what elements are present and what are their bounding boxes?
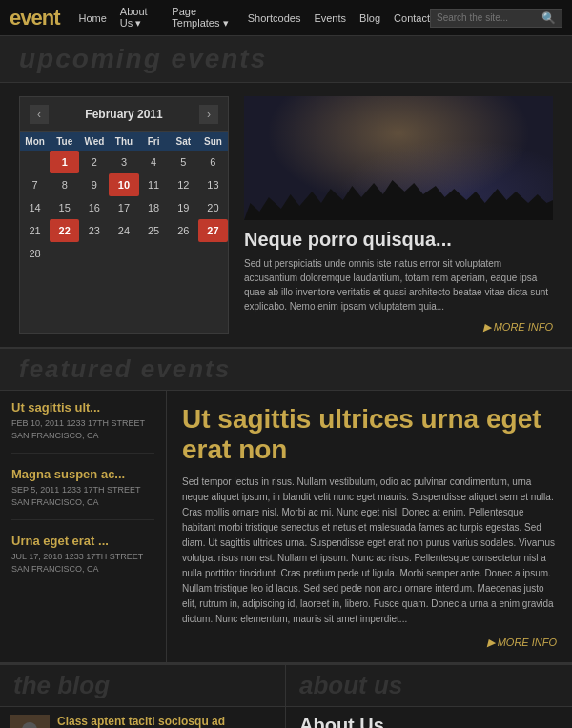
about-section: about us About Us Duis ac nisl. Nullam p…: [286, 665, 572, 728]
cal-day-wed: Wed: [79, 132, 109, 151]
featured-list-item[interactable]: Urna eget erat ...JUL 17, 2018 1233 17TH…: [11, 534, 154, 586]
calendar-header: ‹ February 2011 ›: [20, 97, 228, 132]
event-promo-image: [244, 96, 553, 220]
search-input[interactable]: [437, 12, 541, 23]
cal-cell[interactable]: 27: [198, 219, 228, 242]
cal-cell[interactable]: 23: [79, 219, 109, 242]
cal-cell: [169, 242, 198, 265]
event-title: Neque porro quisqua...: [244, 228, 553, 251]
cal-cell: [109, 242, 138, 265]
blog-section-title: the blog: [13, 671, 272, 700]
cal-cell[interactable]: 16: [79, 196, 109, 219]
upcoming-section: ‹ February 2011 › Mon Tue Wed Thu Fri Sa…: [0, 83, 572, 349]
cal-cell[interactable]: 28: [20, 242, 50, 265]
cal-cell[interactable]: 9: [79, 173, 109, 196]
featured-item-meta: SEP 5, 2011 1233 17TH STREET SAN FRANCIS…: [11, 484, 154, 508]
event-description: Sed ut perspiciatis unde omnis iste natu…: [244, 256, 553, 313]
cal-day-fri: Fri: [139, 132, 169, 151]
calendar-days-header: Mon Tue Wed Thu Fri Sat Sun: [20, 132, 228, 151]
nav-home[interactable]: Home: [79, 12, 107, 24]
blog-posts: Class aptent taciti sociosqu ad POSTED B…: [0, 707, 285, 728]
cal-cell[interactable]: 21: [20, 219, 50, 242]
featured-main-description: Sed tempor lectus in risus. Nullam vesti…: [182, 475, 557, 627]
cal-cell[interactable]: 26: [169, 219, 198, 242]
cal-cell[interactable]: 17: [109, 196, 138, 219]
featured-list-item[interactable]: Ut sagittis ult...FEB 10, 2011 1233 17TH…: [11, 400, 154, 454]
cal-cell[interactable]: 10: [109, 173, 138, 196]
cal-cell[interactable]: 1: [50, 151, 79, 173]
search-icon[interactable]: 🔍: [541, 11, 556, 25]
about-title: About Us: [299, 715, 559, 728]
featured-title-bar: featured events: [0, 349, 572, 391]
cal-day-mon: Mon: [20, 132, 50, 151]
bottom-section: the blog Class aptent taciti sociosqu ad…: [0, 664, 572, 728]
calendar-next-button[interactable]: ›: [199, 105, 218, 124]
cal-cell[interactable]: 7: [20, 173, 50, 196]
featured-item-title: Urna eget erat ...: [11, 534, 154, 548]
nav-shortcodes[interactable]: Shortcodes: [248, 12, 301, 24]
featured-content: Ut sagittis ult...FEB 10, 2011 1233 17TH…: [0, 391, 572, 662]
search-box: 🔍: [430, 9, 562, 28]
nav-about[interactable]: About Us ▾: [120, 6, 158, 30]
cal-cell[interactable]: 5: [169, 151, 198, 173]
featured-main: Ut sagittis ultrices urna eget erat non …: [167, 391, 572, 662]
cal-cell[interactable]: 3: [109, 151, 138, 173]
logo-vent: vent: [20, 6, 59, 30]
cal-cell: [79, 242, 109, 265]
cal-cell[interactable]: 15: [50, 196, 79, 219]
cal-cell[interactable]: 20: [198, 196, 228, 219]
cal-cell: [20, 151, 50, 173]
featured-item-meta: JUL 17, 2018 1233 17TH STREET SAN FRANCI…: [11, 551, 154, 575]
cal-cell[interactable]: 22: [50, 219, 79, 242]
featured-list: Ut sagittis ult...FEB 10, 2011 1233 17TH…: [0, 391, 167, 662]
cal-day-sat: Sat: [169, 132, 198, 151]
event-more-info-link[interactable]: ▶ MORE INFO: [244, 321, 553, 334]
cal-cell[interactable]: 2: [79, 151, 109, 173]
featured-section-title: featured events: [19, 354, 553, 384]
cal-cell[interactable]: 18: [139, 196, 169, 219]
cal-cell[interactable]: 14: [20, 196, 50, 219]
upcoming-title-bar: upcoming events: [0, 36, 572, 83]
featured-main-title: Ut sagittis ultrices urna eget erat non: [182, 404, 557, 465]
cal-cell[interactable]: 13: [198, 173, 228, 196]
cal-cell[interactable]: 8: [50, 173, 79, 196]
featured-more-info-link[interactable]: ▶ MORE INFO: [182, 637, 557, 649]
featured-list-item[interactable]: Magna suspen ac...SEP 5, 2011 1233 17TH …: [11, 467, 154, 520]
blog-post-thumbnail: [10, 715, 50, 728]
cal-cell: [139, 242, 169, 265]
cal-cell[interactable]: 24: [109, 219, 138, 242]
cal-cell[interactable]: 6: [198, 151, 228, 173]
concert-background: [244, 96, 553, 220]
main-nav: Home About Us ▾ Page Templates ▾ Shortco…: [79, 6, 431, 30]
header: event Home About Us ▾ Page Templates ▾ S…: [0, 0, 572, 36]
blog-post: Class aptent taciti sociosqu ad POSTED B…: [10, 715, 276, 728]
nav-page-templates[interactable]: Page Templates ▾: [172, 6, 234, 30]
featured-item-meta: FEB 10, 2011 1233 17TH STREET SAN FRANCI…: [11, 417, 154, 441]
blog-post-title[interactable]: Class aptent taciti sociosqu ad: [57, 715, 276, 728]
cal-cell[interactable]: 4: [139, 151, 169, 173]
cal-cell[interactable]: 25: [139, 219, 169, 242]
calendar: ‹ February 2011 › Mon Tue Wed Thu Fri Sa…: [19, 96, 229, 334]
cal-cell: [198, 242, 228, 265]
featured-item-title: Magna suspen ac...: [11, 467, 154, 481]
blog-section: the blog Class aptent taciti sociosqu ad…: [0, 665, 286, 728]
nav-events[interactable]: Events: [314, 12, 346, 24]
cal-cell[interactable]: 19: [169, 196, 198, 219]
about-title-bar: about us: [286, 665, 572, 707]
cal-day-tue: Tue: [50, 132, 79, 151]
nav-contact[interactable]: Contact: [394, 12, 430, 24]
calendar-month-label: February 2011: [85, 108, 162, 121]
blog-title-bar: the blog: [0, 665, 285, 707]
cal-cell[interactable]: 11: [139, 173, 169, 196]
logo-e: e: [10, 6, 20, 30]
event-promo: Neque porro quisqua... Sed ut perspiciat…: [244, 96, 553, 334]
logo[interactable]: event: [10, 6, 60, 30]
featured-section: Ut sagittis ult...FEB 10, 2011 1233 17TH…: [0, 391, 572, 664]
calendar-grid: 1234567891011121314151617181920212223242…: [20, 151, 228, 265]
cal-day-thu: Thu: [109, 132, 138, 151]
crowd-silhouette: [244, 163, 553, 220]
cal-cell[interactable]: 12: [169, 173, 198, 196]
calendar-prev-button[interactable]: ‹: [30, 105, 49, 124]
about-content: About Us Duis ac nisl. Nullam pulvinar. …: [286, 707, 572, 728]
nav-blog[interactable]: Blog: [359, 12, 380, 24]
